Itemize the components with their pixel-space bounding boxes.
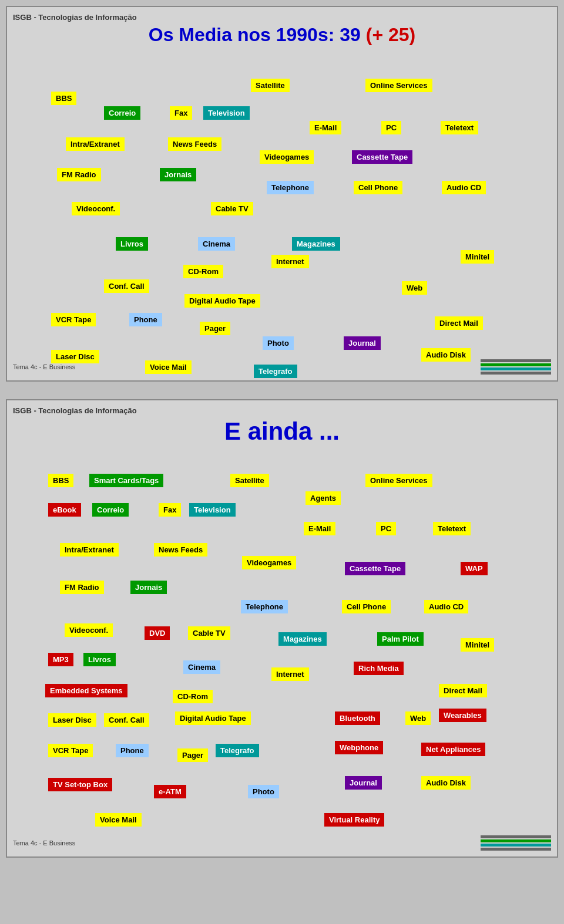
tag-fax: Fax	[170, 106, 192, 120]
slide-2-header: ISGB - Tecnologias de Informação	[13, 406, 551, 415]
tag2-cinema: Cinema	[183, 660, 220, 674]
tag2-cable-tv: Cable TV	[188, 626, 230, 640]
tag2-ebook: eBook	[48, 503, 81, 517]
tag2-audio-disk: Audio Disk	[421, 776, 471, 790]
tag-cd-rom: CD-Rom	[183, 265, 223, 278]
footer-lines-1	[481, 359, 551, 375]
tag2-satellite: Satellite	[230, 474, 269, 487]
slide-2-footer: Tema 4c - E Business	[13, 835, 551, 851]
tag-internet: Internet	[271, 255, 309, 268]
tag2-cell-phone: Cell Phone	[342, 600, 391, 613]
tag2-jornais: Jornais	[130, 581, 167, 594]
tag2-digital-audio-tape: Digital Audio Tape	[175, 711, 251, 725]
tag2-virtual-reality: Virtual Reality	[324, 813, 384, 827]
tag-pager: Pager	[200, 322, 230, 335]
tag-web: Web	[402, 281, 427, 295]
tag-laser-disc: Laser Disc	[51, 350, 99, 363]
tag2-photo: Photo	[248, 785, 279, 798]
tag2-wap: WAP	[461, 562, 488, 575]
tag-satellite: Satellite	[251, 79, 290, 92]
footer-text-1: Tema 4c - E Business	[13, 363, 75, 370]
tag2-videoconf-: Videoconf.	[65, 623, 113, 637]
tag2-rich-media: Rich Media	[354, 662, 404, 675]
tag2-web: Web	[405, 711, 431, 725]
tag2-online-services: Online Services	[365, 474, 432, 487]
tag-digital-audio-tape: Digital Audio Tape	[184, 294, 260, 308]
tag-cable-tv: Cable TV	[211, 202, 253, 215]
tag2-agents: Agents	[306, 491, 341, 505]
tag2-phone: Phone	[116, 744, 149, 757]
slide-2: ISGB - Tecnologias de Informação E ainda…	[6, 399, 558, 858]
slide-1-title: Os Media nos 1990s: 39 (+ 25)	[13, 24, 551, 46]
tag2-fm-radio: FM Radio	[60, 581, 104, 594]
tag2-embedded-systems: Embedded Systems	[45, 684, 127, 697]
tag-fm-radio: FM Radio	[57, 168, 101, 181]
tag2-pc: PC	[376, 522, 396, 535]
tag2-internet: Internet	[271, 667, 309, 681]
tag-news-feeds: News Feeds	[168, 137, 221, 151]
slide-1-header: ISGB - Tecnologias de Informação	[13, 13, 551, 22]
tag-intra-extranet: Intra/Extranet	[66, 137, 125, 151]
tag-voice-mail: Voice Mail	[145, 360, 192, 374]
tag-teletext: Teletext	[441, 121, 478, 134]
tag2-journal: Journal	[345, 776, 382, 790]
tag2-telephone: Telephone	[241, 600, 288, 613]
tag-conf--call: Conf. Call	[104, 279, 149, 293]
tag2-palm-pilot: Palm Pilot	[377, 632, 424, 646]
tag-vcr-tape: VCR Tape	[51, 313, 96, 326]
tag2-news-feeds: News Feeds	[154, 543, 207, 557]
tag2-voice-mail: Voice Mail	[95, 813, 142, 827]
slide-1: ISGB - Tecnologias de Informação Os Medi…	[6, 6, 558, 382]
tag-livros: Livros	[116, 237, 148, 251]
tag-direct-mail: Direct Mail	[435, 316, 483, 330]
tag2-pager: Pager	[177, 748, 208, 762]
footer-text-2: Tema 4c - E Business	[13, 839, 75, 847]
tag2-audio-cd: Audio CD	[424, 600, 468, 613]
tag2-direct-mail: Direct Mail	[439, 684, 487, 697]
tag2-cd-rom: CD-Rom	[173, 690, 213, 703]
tag2-correio: Correio	[92, 503, 129, 517]
title-plus: (+ 25)	[366, 24, 415, 45]
tag-correio: Correio	[104, 106, 140, 120]
tag2-conf--call: Conf. Call	[104, 713, 149, 727]
tag-videoconf-: Videoconf.	[72, 202, 120, 215]
tag2-net-appliances: Net Appliances	[421, 743, 485, 756]
tag-pc: PC	[381, 121, 401, 134]
tag2-teletext: Teletext	[433, 522, 471, 535]
tag-online-services: Online Services	[365, 79, 432, 92]
tag-bbs: BBS	[51, 92, 76, 105]
tag2-cassette-tape: Cassette Tape	[345, 562, 405, 575]
tag2-minitel: Minitel	[461, 638, 494, 652]
tag-minitel: Minitel	[461, 250, 494, 264]
tag2-bbs: BBS	[48, 474, 73, 487]
tag2-tv-set-top-box: TV Set-top Box	[48, 778, 112, 791]
tag2-videogames: Videogames	[242, 556, 296, 569]
title-text: Os Media nos 1990s: 39	[149, 24, 361, 45]
tag2-e-atm: e-ATM	[154, 785, 186, 798]
tag-telegrafo: Telegrafo	[254, 365, 297, 378]
tag2-bluetooth: Bluetooth	[335, 711, 380, 725]
tag-telephone: Telephone	[267, 181, 314, 194]
tag-audio-cd: Audio CD	[442, 181, 486, 194]
tag2-webphone: Webphone	[335, 741, 383, 754]
slide-1-tag-area: BBSCorreioFaxTelevisionSatelliteE-MailPC…	[13, 50, 551, 356]
tag-cinema: Cinema	[198, 237, 235, 251]
tag2-television: Television	[189, 503, 236, 517]
tag2-intra-extranet: Intra/Extranet	[60, 543, 119, 557]
tag-phone: Phone	[129, 313, 162, 326]
tag2-fax: Fax	[159, 503, 181, 517]
tag2-wearables: Wearables	[439, 709, 486, 722]
footer-lines-2	[481, 835, 551, 851]
tag-cassette-tape: Cassette Tape	[352, 150, 412, 164]
tag2-magazines: Magazines	[278, 632, 327, 646]
tag-cell-phone: Cell Phone	[354, 181, 402, 194]
tag-videogames: Videogames	[260, 150, 314, 164]
tag-jornais: Jornais	[160, 168, 196, 181]
tag-audio-disk: Audio Disk	[421, 348, 471, 362]
tag2-mp3: MP3	[48, 653, 73, 666]
tag2-smart-cards-tags: Smart Cards/Tags	[89, 474, 163, 487]
slide-2-title: E ainda ...	[13, 417, 551, 446]
tag2-livros: Livros	[83, 653, 116, 666]
tag2-vcr-tape: VCR Tape	[48, 744, 93, 757]
tag2-laser-disc: Laser Disc	[48, 713, 96, 727]
